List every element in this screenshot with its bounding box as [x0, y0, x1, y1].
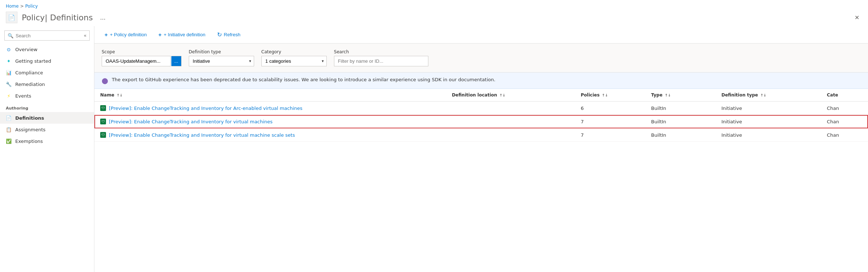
sidebar-item-events[interactable]: Events: [0, 90, 94, 102]
info-banner-text: The export to GitHub experience has been…: [112, 77, 496, 82]
close-button[interactable]: ✕: [852, 13, 862, 22]
row-name-link[interactable]: 🛡 [Preview]: Enable ChangeTracking and I…: [100, 132, 440, 138]
row-type: BuiltIn: [645, 128, 716, 142]
sidebar-item-remediation-label: Remediation: [15, 82, 45, 87]
row-name-link[interactable]: 🛡 [Preview]: Enable ChangeTracking and I…: [100, 119, 440, 124]
row-definition-location: [446, 115, 575, 128]
remediation-icon: [6, 81, 12, 87]
sidebar-item-events-label: Events: [15, 93, 31, 99]
definition-type-select[interactable]: Initiative: [189, 56, 254, 66]
exemptions-icon: [6, 138, 12, 144]
breadcrumb-policy[interactable]: Policy: [25, 4, 38, 9]
sidebar-item-definitions-label: Definitions: [15, 115, 44, 121]
page-title: Policy| Definitions: [22, 13, 93, 22]
scope-browse-button[interactable]: ...: [171, 56, 182, 66]
row-category: Chan: [821, 128, 868, 142]
sidebar-item-definitions[interactable]: Definitions: [0, 112, 94, 124]
page-icon: 📄: [6, 12, 17, 23]
sidebar-item-assignments-label: Assignments: [15, 127, 45, 132]
row-category: Chan: [821, 102, 868, 115]
sidebar: « Overview Getting started Compliance Re…: [0, 26, 94, 272]
events-icon: [6, 93, 12, 99]
search-box[interactable]: «: [4, 30, 90, 41]
sidebar-item-getting-started[interactable]: Getting started: [0, 55, 94, 67]
policy-shield-icon: 🛡: [100, 132, 106, 138]
row-policies: 6: [575, 102, 645, 115]
row-definition-type: Initiative: [716, 115, 821, 128]
info-banner: ⬤ The export to GitHub experience has be…: [94, 73, 868, 89]
col-type[interactable]: Type ↑↓: [645, 89, 716, 102]
col-policies-label: Policies: [581, 92, 600, 98]
ellipsis-button[interactable]: ...: [97, 12, 109, 23]
col-def-loc-sort: ↑↓: [499, 93, 505, 97]
row-name-link[interactable]: 🛡 [Preview]: Enable ChangeTracking and I…: [100, 105, 440, 111]
scope-input[interactable]: [102, 56, 171, 66]
search-filter-group: Search: [334, 49, 428, 66]
refresh-icon: [217, 31, 222, 38]
row-type: BuiltIn: [645, 115, 716, 128]
policy-definition-label: + Policy definition: [110, 32, 147, 37]
getting-started-icon: [6, 58, 12, 64]
row-type: BuiltIn: [645, 102, 716, 115]
sidebar-item-compliance-label: Compliance: [15, 70, 43, 75]
collapse-button[interactable]: «: [84, 33, 86, 38]
policy-shield-icon: 🛡: [100, 119, 106, 124]
table-header-row: Name ↑↓ Definition location ↑↓ Policies …: [94, 89, 868, 102]
category-select[interactable]: 1 categories: [261, 56, 327, 66]
breadcrumb-separator: >: [20, 4, 24, 9]
sidebar-item-compliance[interactable]: Compliance: [0, 67, 94, 78]
scope-filter-group: Scope ...: [102, 49, 182, 66]
compliance-icon: [6, 70, 12, 75]
name-filter-input[interactable]: [334, 56, 428, 66]
col-category-label: Cate: [827, 92, 838, 98]
assignments-icon: [6, 127, 12, 132]
col-def-loc-label: Definition location: [452, 92, 497, 98]
sidebar-item-assignments[interactable]: Assignments: [0, 124, 94, 135]
col-type-label: Type: [651, 92, 663, 98]
initiative-definition-button[interactable]: + + Initiative definition: [155, 30, 208, 39]
row-definition-location: [446, 102, 575, 115]
col-definition-location[interactable]: Definition location ↑↓: [446, 89, 575, 102]
search-icon: [8, 33, 13, 38]
category-filter-group: Category 1 categories: [261, 49, 327, 66]
definition-type-label: Definition type: [189, 49, 254, 54]
breadcrumb-home[interactable]: Home: [6, 4, 19, 9]
refresh-button[interactable]: Refresh: [214, 30, 244, 40]
sidebar-item-exemptions[interactable]: Exemptions: [0, 135, 94, 147]
table-row[interactable]: 🛡 [Preview]: Enable ChangeTracking and I…: [94, 102, 868, 115]
toolbar: + + Policy definition + + Initiative def…: [94, 26, 868, 44]
col-name[interactable]: Name ↑↓: [94, 89, 446, 102]
policy-definition-button[interactable]: + + Policy definition: [102, 30, 150, 39]
col-definition-type[interactable]: Definition type ↑↓: [716, 89, 821, 102]
sidebar-item-overview-label: Overview: [15, 47, 37, 52]
info-icon: ⬤: [102, 77, 108, 84]
main-content: + + Policy definition + + Initiative def…: [94, 26, 868, 272]
sidebar-item-getting-started-label: Getting started: [15, 58, 51, 64]
definitions-table: Name ↑↓ Definition location ↑↓ Policies …: [94, 89, 868, 142]
sidebar-item-remediation[interactable]: Remediation: [0, 78, 94, 90]
scope-label: Scope: [102, 49, 182, 54]
initiative-definition-label: + Initiative definition: [164, 32, 205, 37]
row-policies: 7: [575, 115, 645, 128]
col-category[interactable]: Cate: [821, 89, 868, 102]
col-policies[interactable]: Policies ↑↓: [575, 89, 645, 102]
row-policies: 7: [575, 128, 645, 142]
filter-bar: Scope ... Definition type Initiative: [94, 44, 868, 73]
table-container: Name ↑↓ Definition location ↑↓ Policies …: [94, 89, 868, 272]
policy-shield-icon: 🛡: [100, 105, 106, 111]
definition-type-filter-group: Definition type Initiative: [189, 49, 254, 66]
row-category: Chan: [821, 115, 868, 128]
table-row[interactable]: 🛡 [Preview]: Enable ChangeTracking and I…: [94, 115, 868, 128]
sidebar-item-exemptions-label: Exemptions: [15, 139, 43, 144]
overview-icon: [6, 46, 12, 52]
authoring-section-header: Authoring: [0, 102, 94, 112]
search-input[interactable]: [16, 33, 82, 38]
definitions-icon: [6, 115, 12, 121]
col-name-sort: ↑↓: [117, 93, 123, 97]
search-filter-label: Search: [334, 49, 428, 54]
plus-initiative-icon: +: [158, 32, 162, 38]
plus-policy-icon: +: [105, 32, 108, 38]
table-row[interactable]: 🛡 [Preview]: Enable ChangeTracking and I…: [94, 128, 868, 142]
sidebar-item-overview[interactable]: Overview: [0, 44, 94, 55]
page-header: 📄 Policy| Definitions ... ✕: [0, 10, 868, 26]
